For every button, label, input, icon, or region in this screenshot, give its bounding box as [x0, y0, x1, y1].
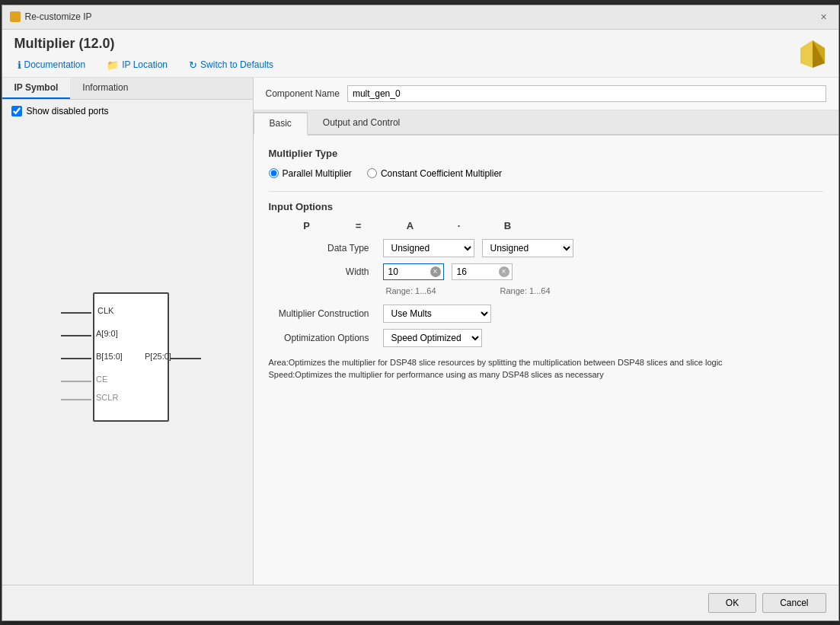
info-area-text: Area:Optimizes the multiplier for DSP48 … — [269, 356, 823, 369]
width-a-clear-button[interactable]: × — [430, 266, 441, 277]
svg-marker-1 — [800, 40, 813, 68]
component-name-row: Component Name — [254, 78, 838, 110]
mult-construction-label: Multiplier Construction — [269, 308, 375, 319]
radio-constant-input[interactable] — [367, 168, 377, 178]
width-row: Width × × — [269, 263, 823, 280]
ip-symbol-diagram: CLK A[9:0] B[15:0] P[25:0] — [40, 269, 215, 437]
mult-construction-row: Multiplier Construction Use Mults Use LU… — [269, 305, 823, 323]
radio-parallel-option[interactable]: Parallel Multiplier — [269, 168, 352, 179]
footer: OK Cancel — [2, 585, 838, 620]
right-panel: Component Name Basic Output and Control … — [254, 78, 838, 585]
app-title: Multiplier (12.0) — [14, 36, 277, 52]
ok-button[interactable]: OK — [708, 593, 756, 613]
optimization-label: Optimization Options — [269, 333, 375, 343]
eq-a: A — [403, 220, 418, 231]
p-port-line — [171, 358, 201, 359]
datatype-label: Data Type — [269, 243, 375, 254]
mult-construction-select[interactable]: Use Mults Use LUTs Use LUTs and Mults — [383, 305, 491, 323]
width-label: Width — [269, 266, 375, 277]
p-label: P[25:0] — [145, 352, 171, 361]
sclr-port-line — [61, 399, 91, 400]
sclr-line — [61, 399, 91, 400]
a-label: A[9:0] — [96, 329, 118, 338]
left-tabs: IP Symbol Information — [2, 78, 253, 100]
component-name-input[interactable] — [347, 85, 826, 102]
range-row: Range: 1...64 Range: 1...64 — [269, 286, 823, 295]
input-options-section: Input Options P = A · B Data Type — [269, 201, 823, 381]
datatype-a-select[interactable]: Unsigned Signed — [383, 239, 474, 257]
equation-row: P = A · B — [269, 220, 823, 231]
show-disabled-row: Show disabled ports — [2, 100, 253, 123]
ip-location-button[interactable]: 📁 IP Location — [104, 58, 171, 72]
refresh-icon: ↻ — [189, 59, 197, 71]
eq-dot: · — [456, 220, 462, 231]
ce-port-line — [61, 381, 91, 382]
range-b-text: Range: 1...64 — [497, 286, 589, 295]
width-b-clear-button[interactable]: × — [499, 266, 509, 277]
input-options-title: Input Options — [269, 201, 823, 212]
p-line — [171, 358, 201, 359]
optimization-select[interactable]: Speed Optimized Area Optimized — [383, 329, 482, 347]
left-panel: IP Symbol Information Show disabled port… — [2, 78, 254, 585]
eq-p: P — [299, 220, 315, 231]
tab-information[interactable]: Information — [70, 78, 140, 99]
documentation-button[interactable]: ℹ Documentation — [14, 58, 89, 72]
tab-basic[interactable]: Basic — [254, 112, 308, 136]
width-a-wrapper: × — [383, 263, 444, 280]
header-section: Multiplier (12.0) ℹ Documentation 📁 IP L… — [2, 30, 838, 78]
optimization-row: Optimization Options Speed Optimized Are… — [269, 329, 823, 347]
content-area: Multiplier Type Parallel Multiplier Cons… — [254, 136, 838, 585]
sclr-label: SCLR — [96, 393, 118, 402]
dialog: Re-customize IP × Multiplier (12.0) ℹ Do… — [2, 5, 839, 621]
ce-label: CE — [96, 375, 107, 384]
symbol-area: CLK A[9:0] B[15:0] P[25:0] — [2, 123, 253, 585]
datatype-controls: Unsigned Signed Unsigned Signed — [383, 239, 573, 257]
eq-eq: = — [353, 220, 365, 231]
radio-constant-label: Constant Coefficient Multiplier — [381, 168, 502, 179]
title-bar: Re-customize IP × — [2, 5, 838, 30]
show-disabled-label: Show disabled ports — [27, 106, 109, 116]
b-port-line — [61, 358, 91, 359]
range-a-text: Range: 1...64 — [383, 286, 474, 295]
multiplier-type-section: Multiplier Type Parallel Multiplier Cons… — [269, 148, 823, 179]
radio-parallel-label: Parallel Multiplier — [283, 168, 352, 179]
ce-line — [61, 381, 91, 382]
datatype-b-select[interactable]: Unsigned Signed — [482, 239, 573, 257]
mult-type-title: Multiplier Type — [269, 148, 823, 159]
toolbar: ℹ Documentation 📁 IP Location ↻ Switch t… — [14, 58, 277, 72]
radio-parallel-input[interactable] — [269, 168, 279, 178]
show-disabled-checkbox[interactable] — [11, 106, 22, 116]
content-tabs-row: Basic Output and Control — [254, 110, 838, 136]
a-port-line — [61, 335, 91, 336]
datatype-row: Data Type Unsigned Signed Unsigned Signe… — [269, 239, 823, 257]
radio-constant-option[interactable]: Constant Coefficient Multiplier — [367, 168, 502, 179]
app-icon — [10, 11, 21, 22]
b-line — [61, 358, 91, 359]
tab-output-control[interactable]: Output and Control — [308, 112, 415, 136]
location-icon: 📁 — [107, 59, 119, 71]
tab-ip-symbol[interactable]: IP Symbol — [2, 78, 71, 99]
divider-1 — [269, 191, 823, 192]
logo-svg — [799, 39, 826, 69]
switch-defaults-button[interactable]: ↻ Switch to Defaults — [186, 58, 276, 72]
clk-label: CLK — [97, 306, 113, 315]
info-speed-text: Speed:Optimizes the multiplier for perfo… — [269, 368, 823, 381]
a-line — [61, 335, 91, 336]
main-content: IP Symbol Information Show disabled port… — [2, 78, 838, 585]
width-controls: × × — [383, 263, 513, 280]
vivado-logo — [799, 39, 826, 72]
clk-port — [61, 312, 91, 314]
cancel-button[interactable]: Cancel — [762, 593, 826, 613]
width-b-wrapper: × — [452, 263, 513, 280]
b-label: B[15:0] — [96, 352, 123, 361]
eq-b: B — [500, 220, 516, 231]
window-title: Re-customize IP — [25, 11, 92, 22]
info-icon: ℹ — [18, 59, 21, 71]
clk-line — [61, 312, 91, 314]
mult-type-radio-group: Parallel Multiplier Constant Coefficient… — [269, 168, 823, 179]
component-name-label: Component Name — [266, 88, 340, 99]
close-button[interactable]: × — [817, 10, 831, 24]
info-text-area: Area:Optimizes the multiplier for DSP48 … — [269, 356, 823, 381]
title-bar-left: Re-customize IP — [10, 11, 92, 22]
